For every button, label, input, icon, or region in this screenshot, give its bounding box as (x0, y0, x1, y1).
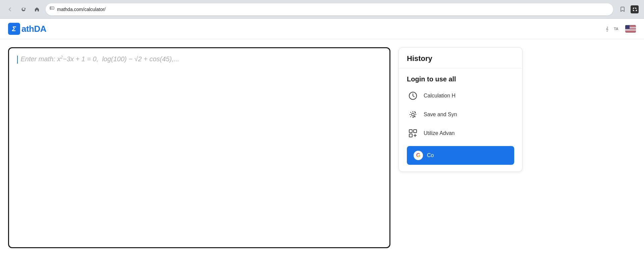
bookmark-button[interactable] (617, 4, 628, 15)
browser-toolbar-right (617, 4, 639, 15)
text-cursor (17, 56, 18, 64)
logo-symbol: Σ (12, 25, 16, 33)
feature-advanced: Utilize Advan (407, 127, 514, 139)
header-right: 𝄞 TA (603, 23, 636, 34)
svg-text:𝄞: 𝄞 (606, 26, 608, 32)
logo-text-span: athDA (21, 24, 46, 34)
history-title: History (399, 48, 522, 69)
translate-icon: TA (614, 26, 619, 31)
svg-rect-7 (409, 130, 412, 133)
google-icon: G (414, 151, 423, 160)
history-login-title: Login to use all (407, 75, 514, 83)
math-input-box[interactable]: Enter math: x2−3x + 1 = 0, log(100) − √2… (8, 47, 390, 248)
site-logo[interactable]: Σ athDA (8, 23, 46, 35)
feature-advanced-label: Utilize Advan (424, 130, 455, 136)
address-bar[interactable]: mathda.com/calculator/ (46, 3, 613, 15)
site-header: Σ athDA 𝄞 TA (0, 19, 644, 39)
svg-rect-9 (409, 134, 412, 137)
clock-icon (407, 90, 419, 102)
sync-gear-icon (407, 109, 419, 121)
history-login-box: Login to use all Calculation H (399, 69, 522, 171)
google-login-button[interactable]: G Co (407, 146, 514, 165)
svg-text:TA: TA (614, 27, 619, 31)
logo-text: athDA (21, 24, 46, 34)
google-g-letter: G (416, 152, 420, 158)
main-layout: Enter math: x2−3x + 1 = 0, log(100) − √2… (0, 39, 644, 278)
feature-calculation-label: Calculation H (424, 93, 455, 99)
math-placeholder: Enter math: x2−3x + 1 = 0, log(100) − √2… (20, 55, 179, 63)
svg-point-6 (412, 113, 414, 116)
browser-chrome: mathda.com/calculator/ (0, 0, 644, 19)
svg-point-1 (52, 8, 53, 9)
page-content: Σ athDA 𝄞 TA Enter ma (0, 19, 644, 278)
url-text: mathda.com/calculator/ (57, 7, 609, 12)
us-flag (625, 25, 636, 32)
home-button[interactable] (32, 5, 42, 14)
extensions-button[interactable] (631, 5, 639, 13)
security-icon (50, 6, 54, 12)
feature-save-sync: Save and Syn (407, 109, 514, 121)
logo-icon: Σ (8, 23, 20, 35)
back-button[interactable] (5, 5, 15, 14)
grid-plus-icon (407, 127, 419, 139)
language-button[interactable]: 𝄞 TA (603, 23, 621, 34)
reload-button[interactable] (19, 5, 28, 14)
feature-save-label: Save and Syn (424, 112, 457, 118)
svg-rect-8 (414, 130, 417, 133)
history-sidebar: History Login to use all Calculation H (398, 47, 523, 172)
feature-calculation-history: Calculation H (407, 90, 514, 102)
calculator-area: Enter math: x2−3x + 1 = 0, log(100) − √2… (8, 47, 390, 270)
google-login-label: Co (427, 152, 434, 158)
